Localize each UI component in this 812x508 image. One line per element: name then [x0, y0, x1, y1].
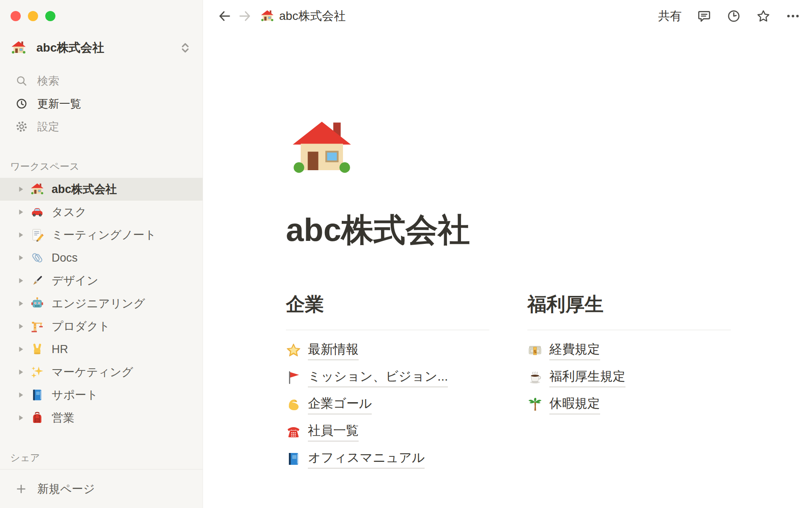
- coffee-emoji: [527, 370, 543, 385]
- breadcrumb[interactable]: abc株式会社: [261, 8, 346, 24]
- robot-emoji: [30, 297, 44, 310]
- sidebar-page-label: エンジニアリング: [52, 296, 145, 311]
- sidebar-page-label: サポート: [52, 387, 98, 403]
- back-button[interactable]: [217, 9, 232, 23]
- sidebar-page-item[interactable]: Docs: [0, 246, 203, 269]
- sidebar-item-clock[interactable]: 更新一覧: [0, 92, 203, 115]
- backpack-emoji: [30, 411, 44, 425]
- disclosure-triangle-icon[interactable]: [16, 276, 25, 285]
- sidebar-page-label: abc株式会社: [52, 182, 117, 197]
- crane-emoji: [30, 320, 44, 333]
- plus-icon: [15, 483, 27, 495]
- page-link[interactable]: 社員一覧: [286, 418, 489, 445]
- sidebar-page-item[interactable]: ミーティングノート: [0, 224, 203, 246]
- forward-button[interactable]: [238, 9, 252, 23]
- telephone-emoji: [286, 424, 301, 439]
- sidebar-page-label: マーケティング: [52, 364, 133, 380]
- palm-tree-emoji: [527, 397, 543, 412]
- sidebar-page-item[interactable]: タスク: [0, 201, 203, 224]
- more-options-icon[interactable]: [786, 9, 800, 23]
- disclosure-triangle-icon[interactable]: [16, 413, 25, 422]
- new-page-button[interactable]: 新規ページ: [0, 469, 203, 508]
- zoom-window-button[interactable]: [45, 11, 55, 21]
- page-link-label[interactable]: 社員一覧: [308, 422, 359, 442]
- disclosure-triangle-icon[interactable]: [16, 299, 25, 308]
- disclosure-triangle-icon[interactable]: [16, 185, 25, 194]
- disclosure-triangle-icon[interactable]: [16, 390, 25, 400]
- page-link[interactable]: ミッション、ビジョン...: [286, 364, 489, 391]
- disclosure-triangle-icon[interactable]: [16, 322, 25, 331]
- close-window-button[interactable]: [11, 11, 21, 21]
- minimize-window-button[interactable]: [28, 11, 38, 21]
- sidebar-page-item[interactable]: abc株式会社: [0, 178, 203, 201]
- page-link-label[interactable]: 福利厚生規定: [549, 368, 625, 387]
- sidebar-item-gear[interactable]: 設定: [0, 115, 203, 138]
- page-link-label[interactable]: 企業ゴール: [308, 395, 372, 414]
- page-link-list: $経費規定福利厚生規定休暇規定: [527, 337, 731, 418]
- sidebar-item-label: 検索: [37, 74, 59, 88]
- column-heading: 企業: [286, 293, 489, 316]
- page-title: abc株式会社: [286, 211, 787, 248]
- paperclips-emoji: [30, 251, 44, 265]
- sidebar-page-label: デザイン: [52, 273, 99, 288]
- sidebar-page-item[interactable]: サポート: [0, 384, 203, 406]
- sidebar-item-label: 設定: [37, 119, 59, 134]
- svg-text:$: $: [533, 349, 537, 354]
- main-area: abc株式会社 共有 abc株式会社 企業最新情報ミッション、ビジョン...企業…: [203, 0, 812, 508]
- car-emoji: [30, 205, 44, 219]
- page-link-label[interactable]: オフィスマニュアル: [308, 449, 425, 469]
- history-clock-icon[interactable]: [727, 9, 741, 23]
- sidebar-page-item[interactable]: HR: [0, 338, 203, 361]
- page-link[interactable]: 福利厚生規定: [527, 364, 731, 391]
- gear-icon: [15, 120, 28, 133]
- sidebar-page-label: 営業: [52, 410, 74, 425]
- page-link-list: 最新情報ミッション、ビジョン...企業ゴール社員一覧オフィスマニュアル: [286, 337, 489, 472]
- breadcrumb-house-icon: [261, 9, 274, 23]
- workspace-page-list: abc株式会社タスクミーティングノートDocsデザインエンジニアリングプロダクト…: [0, 178, 203, 429]
- disclosure-triangle-icon[interactable]: [16, 207, 25, 217]
- disclosure-triangle-icon[interactable]: [16, 253, 25, 262]
- page-link[interactable]: 休暇規定: [527, 391, 731, 418]
- column-divider: [286, 330, 489, 330]
- sidebar-item-search[interactable]: 検索: [0, 69, 203, 92]
- money-emoji: $: [527, 343, 543, 358]
- page-link[interactable]: 最新情報: [286, 337, 489, 364]
- page-link[interactable]: オフィスマニュアル: [286, 445, 489, 472]
- page-link[interactable]: $経費規定: [527, 337, 731, 364]
- sidebar-page-item[interactable]: 営業: [0, 406, 203, 429]
- page-link-label[interactable]: ミッション、ビジョン...: [308, 368, 448, 387]
- share-button[interactable]: 共有: [658, 8, 682, 24]
- page-link-label[interactable]: 経費規定: [549, 341, 600, 360]
- paintbrush-emoji: [30, 274, 44, 287]
- column-heading: 福利厚生: [527, 293, 731, 316]
- sidebar-page-item[interactable]: プロダクト: [0, 315, 203, 338]
- comment-icon[interactable]: [697, 9, 711, 23]
- topbar-actions: 共有: [658, 8, 800, 24]
- biceps-emoji: [286, 397, 301, 412]
- sidebar-page-item[interactable]: エンジニアリング: [0, 292, 203, 315]
- sidebar-page-item[interactable]: デザイン: [0, 269, 203, 292]
- page-columns: 企業最新情報ミッション、ビジョン...企業ゴール社員一覧オフィスマニュアル福利厚…: [286, 293, 787, 472]
- page-link[interactable]: 企業ゴール: [286, 391, 489, 418]
- sparkles-emoji: [30, 365, 44, 379]
- page-column: 福利厚生$経費規定福利厚生規定休暇規定: [527, 293, 731, 472]
- page-icon[interactable]: [290, 117, 354, 181]
- page-link-label[interactable]: 休暇規定: [549, 395, 600, 414]
- breadcrumb-label: abc株式会社: [279, 8, 346, 24]
- workspace-house-icon: [11, 40, 26, 55]
- favorite-star-icon[interactable]: [756, 9, 771, 23]
- house-emoji: [30, 182, 44, 196]
- workspace-switcher[interactable]: abc株式会社: [5, 36, 198, 60]
- disclosure-triangle-icon[interactable]: [16, 345, 25, 354]
- sidebar-page-item[interactable]: マーケティング: [0, 361, 203, 384]
- column-divider: [527, 330, 731, 330]
- window-controls: [0, 0, 203, 21]
- search-icon: [15, 75, 28, 87]
- disclosure-triangle-icon[interactable]: [16, 230, 25, 240]
- disclosure-triangle-icon[interactable]: [16, 367, 25, 377]
- sidebar-item-label: 更新一覧: [37, 97, 81, 111]
- star-emoji: [286, 343, 301, 358]
- page-column: 企業最新情報ミッション、ビジョン...企業ゴール社員一覧オフィスマニュアル: [286, 293, 489, 472]
- sidebar-menu: 検索更新一覧設定: [0, 69, 203, 138]
- page-link-label[interactable]: 最新情報: [308, 341, 359, 360]
